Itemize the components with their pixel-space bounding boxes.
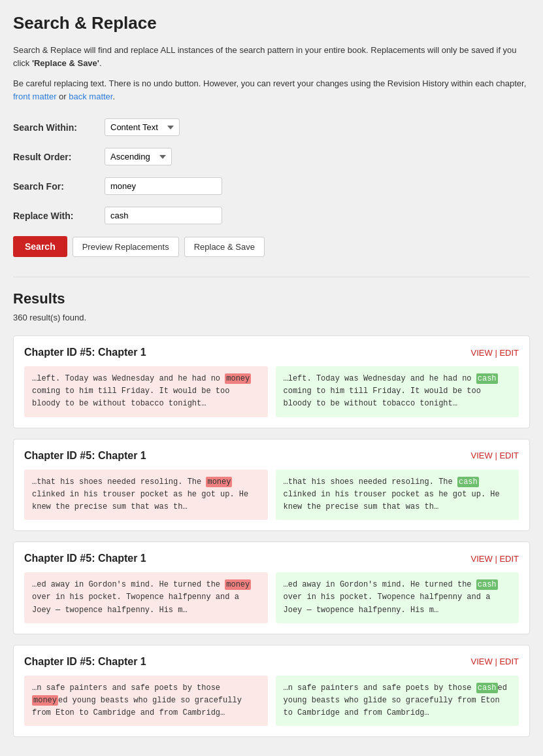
result-card: Chapter ID #5: Chapter 1VIEW | EDIT…n sa… (13, 645, 530, 738)
replacement-panel: …left. Today was Wednesday and he had no… (276, 366, 519, 417)
result-header: Chapter ID #5: Chapter 1VIEW | EDIT (24, 450, 519, 462)
replace-highlight: cash (476, 579, 498, 590)
page-title: Search & Replace (13, 13, 530, 33)
result-view-edit: VIEW | EDIT (471, 657, 519, 666)
replace-with-row: Replace With: (13, 207, 530, 224)
result-card: Chapter ID #5: Chapter 1VIEW | EDIT…left… (13, 335, 530, 428)
result-panels: …that his shoes needed resoling. The mon… (24, 470, 519, 521)
search-for-row: Search For: (13, 177, 530, 195)
replace-highlight: cash (476, 373, 498, 384)
back-matter-link[interactable]: back matter (69, 92, 112, 101)
result-panels: …n safe painters and safe poets by those… (24, 676, 519, 727)
search-highlight: money (32, 695, 58, 706)
result-card: Chapter ID #5: Chapter 1VIEW | EDIT…ed a… (13, 541, 530, 634)
result-header: Chapter ID #5: Chapter 1VIEW | EDIT (24, 553, 519, 564)
view-link[interactable]: VIEW (471, 451, 493, 460)
edit-link[interactable]: EDIT (499, 451, 519, 460)
result-chapter-title: Chapter ID #5: Chapter 1 (24, 450, 146, 462)
result-panels: …left. Today was Wednesday and he had no… (24, 366, 519, 417)
search-within-label: Search Within: (13, 122, 105, 133)
view-link[interactable]: VIEW (471, 657, 493, 666)
result-view-edit: VIEW | EDIT (471, 451, 519, 460)
page-container: Search & Replace Search & Replace will f… (13, 13, 530, 737)
front-matter-link[interactable]: front matter (13, 92, 56, 101)
replace-with-label: Replace With: (13, 211, 105, 221)
result-chapter-title: Chapter ID #5: Chapter 1 (24, 656, 146, 668)
search-highlight: money (225, 579, 251, 590)
result-order-label: Result Order: (13, 152, 105, 162)
search-button[interactable]: Search (13, 236, 67, 257)
divider (13, 277, 530, 277)
replace-with-input[interactable] (105, 207, 222, 224)
replacement-panel: …that his shoes needed resoling. The cas… (276, 470, 519, 521)
result-order-row: Result Order: Ascending Descending (13, 148, 530, 165)
result-view-edit: VIEW | EDIT (471, 348, 519, 358)
original-panel: …left. Today was Wednesday and he had no… (24, 366, 268, 417)
warning-text: Be careful replacing text. There is no u… (13, 77, 530, 103)
original-panel: …that his shoes needed resoling. The mon… (24, 470, 268, 521)
replace-highlight: cash (476, 683, 498, 693)
original-panel: …ed away in Gordon's mind. He turned the… (24, 572, 268, 623)
replacement-panel: …n safe painters and safe poets by those… (276, 676, 519, 727)
actions-row: Search Preview Replacements Replace & Sa… (13, 236, 530, 257)
edit-link[interactable]: EDIT (499, 348, 519, 358)
result-header: Chapter ID #5: Chapter 1VIEW | EDIT (24, 656, 519, 668)
replace-highlight: cash (457, 477, 479, 487)
result-chapter-title: Chapter ID #5: Chapter 1 (24, 347, 146, 358)
preview-replacements-button[interactable]: Preview Replacements (73, 237, 179, 257)
search-for-input[interactable] (105, 177, 222, 195)
search-for-label: Search For: (13, 181, 105, 192)
results-container: Chapter ID #5: Chapter 1VIEW | EDIT…left… (13, 335, 530, 737)
search-highlight: money (225, 373, 251, 384)
result-chapter-title: Chapter ID #5: Chapter 1 (24, 553, 146, 564)
result-order-select[interactable]: Ascending Descending (105, 148, 172, 165)
view-link[interactable]: VIEW (471, 348, 493, 358)
search-within-row: Search Within: Content Text Chapter Titl… (13, 118, 530, 136)
results-count: 360 result(s) found. (13, 313, 530, 322)
result-header: Chapter ID #5: Chapter 1VIEW | EDIT (24, 347, 519, 358)
search-highlight: money (206, 477, 232, 487)
view-link[interactable]: VIEW (471, 554, 493, 564)
result-card: Chapter ID #5: Chapter 1VIEW | EDIT…that… (13, 439, 530, 532)
result-panels: …ed away in Gordon's mind. He turned the… (24, 572, 519, 623)
search-within-select[interactable]: Content Text Chapter Titles Front Matter… (105, 118, 180, 136)
edit-link[interactable]: EDIT (499, 554, 519, 564)
info-text-1: Search & Replace will find and replace A… (13, 44, 530, 69)
results-title: Results (13, 290, 530, 307)
result-view-edit: VIEW | EDIT (471, 554, 519, 564)
replace-save-button[interactable]: Replace & Save (184, 237, 265, 257)
replacement-panel: …ed away in Gordon's mind. He turned the… (276, 572, 519, 623)
original-panel: …n safe painters and safe poets by those… (24, 676, 268, 727)
edit-link[interactable]: EDIT (499, 657, 519, 666)
